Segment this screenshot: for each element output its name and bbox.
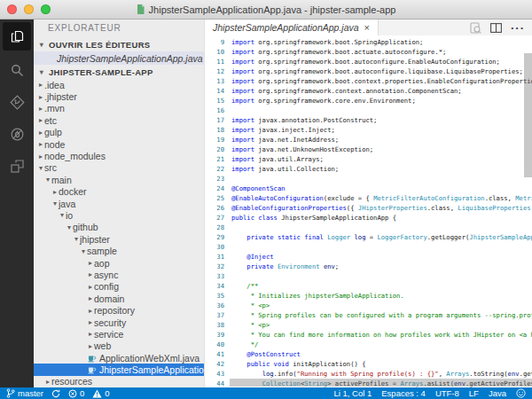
code-line[interactable]: 37 * Spring profiles can be configured w…	[205, 310, 532, 320]
code-line[interactable]: 41 @PostConstruct	[205, 349, 532, 359]
code-line[interactable]: 14import org.springframework.context.ann…	[205, 86, 532, 96]
code-line[interactable]: 35 * Initializes jhipsterSampleApplicati…	[205, 291, 532, 301]
tree-item[interactable]: ▾jhipster	[34, 233, 204, 245]
error-count[interactable]: 0	[68, 388, 84, 398]
tree-item-label: .jhipster	[44, 91, 77, 102]
code-line[interactable]: 21import java.util.Arrays;	[205, 154, 532, 164]
warning-count[interactable]: 0	[92, 388, 109, 398]
close-icon[interactable]: ×	[364, 23, 370, 33]
tree-item[interactable]: ▸docker	[34, 186, 204, 198]
editor-tab[interactable]: JhipsterSampleApplicationApp.java ×	[205, 20, 379, 35]
code-line[interactable]: 13import org.springframework.boot.contex…	[205, 76, 532, 86]
feedback-smiley-icon[interactable]	[516, 388, 526, 398]
code-line[interactable]: 18import javax.inject.Inject;	[205, 125, 532, 135]
horizontal-scrollbar[interactable]	[230, 379, 532, 387]
tree-item[interactable]: ▸aop	[34, 257, 204, 269]
tree-item[interactable]: ▾src	[34, 162, 204, 174]
tree-item[interactable]: ▾sample	[34, 245, 204, 256]
code-line[interactable]: 20import java.net.UnknownHostException;	[205, 145, 532, 154]
tree-item[interactable]: ▾main	[34, 174, 204, 185]
tree-item[interactable]: ▾java	[34, 198, 204, 209]
source-control-icon[interactable]	[3, 86, 31, 118]
search-icon[interactable]	[3, 54, 31, 86]
code-line[interactable]: 24@ComponentScan	[205, 184, 532, 193]
code-line[interactable]: 43 log.info("Running with Spring profile…	[205, 369, 532, 379]
zoom-button[interactable]	[41, 4, 51, 14]
code-line[interactable]: 31 @Inject	[205, 252, 532, 262]
tree-item[interactable]: ▸node	[34, 138, 204, 150]
code-line[interactable]: 25@EnableAutoConfiguration(exclude = { M…	[205, 193, 532, 203]
code-area[interactable]: 9import org.springframework.boot.SpringA…	[205, 35, 532, 387]
extensions-icon[interactable]	[3, 150, 31, 182]
tree-item[interactable]: ▸resources	[34, 376, 204, 387]
code-line[interactable]: 30	[205, 242, 532, 252]
code-line[interactable]: 26@EnableConfigurationProperties({ JHips…	[205, 203, 532, 213]
cursor-position[interactable]: Li 1, Col 1	[333, 388, 372, 398]
tree-item[interactable]: ▸.jhipster	[34, 90, 204, 102]
git-branch-indicator[interactable]: master	[6, 388, 43, 398]
tree-item-label: node	[44, 139, 65, 150]
code-line[interactable]: 15import org.springframework.core.env.En…	[205, 96, 532, 106]
tree-item[interactable]: ▾github	[34, 222, 204, 233]
explorer-icon[interactable]	[3, 22, 31, 51]
tree-item[interactable]: ▸security	[34, 317, 204, 328]
code-line[interactable]: 23	[205, 174, 532, 184]
code-line[interactable]: 22import java.util.Collection;	[205, 164, 532, 174]
open-editor-item[interactable]: JhipsterSampleApplicationApp.java src/m.…	[34, 51, 204, 65]
code-line[interactable]: 42 public void initApplication() {	[205, 359, 532, 369]
vscode-window: JhipsterSampleApplicationApp.java - jhip…	[0, 0, 532, 399]
tree-item[interactable]: ▸service	[34, 328, 204, 340]
tree-item[interactable]: ▸.idea	[34, 79, 204, 90]
open-editors-header[interactable]: ▾ OUVRIR LES ÉDITEURS	[34, 37, 204, 51]
tree-item[interactable]: ▸async	[34, 269, 204, 280]
eol-indicator[interactable]: LF	[469, 388, 479, 398]
code-line[interactable]: 19import java.net.InetAddress;	[205, 135, 532, 145]
chevron-down-icon: ▾	[37, 164, 44, 172]
split-editor-icon[interactable]	[490, 23, 502, 33]
chevron-right-icon: ▸	[87, 307, 94, 315]
tree-item[interactable]: ▸etc	[34, 114, 204, 126]
code-line[interactable]: 11import org.springframework.boot.autoco…	[205, 57, 532, 66]
code-line[interactable]: 34 /**	[205, 281, 532, 291]
code-line[interactable]: 27public class JhipsterSampleApplication…	[205, 213, 532, 223]
code-line[interactable]: 10import org.springframework.boot.actuat…	[205, 47, 532, 57]
code-text	[231, 223, 532, 232]
code-line[interactable]: 38 * <p>	[205, 320, 532, 330]
tree-item[interactable]: ▸domain	[34, 293, 204, 304]
encoding-indicator[interactable]: UTF-8	[435, 388, 459, 398]
tree-item[interactable]: ▸node_modules	[34, 150, 204, 161]
code-line[interactable]: 17import javax.annotation.PostConstruct;	[205, 115, 532, 125]
tree-item[interactable]: ApplicationWebXml.java	[34, 352, 204, 364]
tree-item[interactable]: JhipsterSampleApplicationApp.java	[34, 364, 204, 375]
tree-item[interactable]: ▸.mvn	[34, 103, 204, 114]
debug-icon[interactable]	[3, 118, 31, 150]
code-line[interactable]: 32 private Environment env;	[205, 262, 532, 271]
code-line[interactable]: 12import org.springframework.boot.autoco…	[205, 66, 532, 76]
tree-item[interactable]: ▸web	[34, 340, 204, 352]
code-line[interactable]: 39 * You can find more information on ho…	[205, 330, 532, 340]
line-number: 12	[205, 66, 224, 76]
code-line[interactable]: 40 */	[205, 340, 532, 349]
tree-item[interactable]: ▸config	[34, 281, 204, 293]
code-line[interactable]: 9import org.springframework.boot.SpringA…	[205, 37, 532, 47]
open-preview-icon[interactable]	[470, 22, 481, 34]
line-number: 28	[205, 223, 224, 232]
vertical-scrollbar[interactable]	[524, 53, 532, 177]
code-text: import javax.inject.Inject;	[231, 125, 532, 135]
sync-icon[interactable]	[51, 389, 60, 398]
code-line[interactable]: 16	[205, 106, 532, 115]
tree-item[interactable]: ▸repository	[34, 304, 204, 316]
code-line[interactable]: 33	[205, 271, 532, 281]
project-tree-header[interactable]: ▾ JHIPSTER-SAMPLE-APP	[34, 65, 204, 79]
language-mode[interactable]: Java	[489, 388, 506, 398]
indentation-indicator[interactable]: Espaces : 4	[381, 388, 426, 398]
tree-item[interactable]: ▾io	[34, 209, 204, 221]
code-line[interactable]: 28	[205, 223, 532, 232]
close-button[interactable]	[7, 4, 17, 14]
line-number: 43	[205, 369, 224, 379]
code-line[interactable]: 29 private static final Logger log = Log…	[205, 232, 532, 242]
code-line[interactable]: 36 * <p>	[205, 301, 532, 310]
more-actions-icon[interactable]: ···	[511, 22, 525, 34]
tree-item[interactable]: ▸gulp	[34, 127, 204, 138]
minimize-button[interactable]	[24, 4, 34, 14]
